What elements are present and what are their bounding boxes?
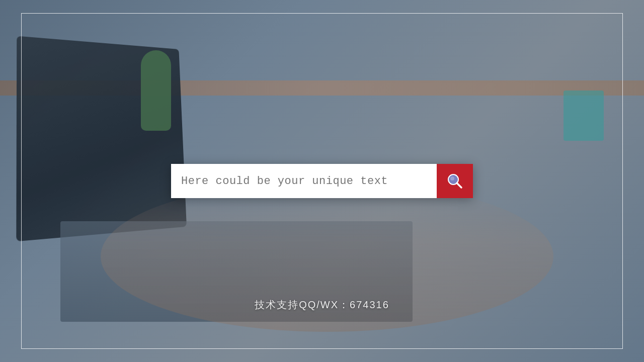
center-content <box>171 164 473 198</box>
svg-line-2 <box>457 183 461 188</box>
scene: 技术支持QQ/WX：674316 <box>0 0 644 362</box>
svg-point-1 <box>450 176 454 180</box>
search-input[interactable] <box>171 164 437 198</box>
bg-plant <box>141 50 171 131</box>
search-button[interactable] <box>437 164 473 198</box>
search-bar <box>171 164 473 198</box>
bg-teal-object <box>564 90 604 141</box>
search-icon <box>445 171 464 191</box>
credit-text: 技术支持QQ/WX：674316 <box>255 298 389 312</box>
